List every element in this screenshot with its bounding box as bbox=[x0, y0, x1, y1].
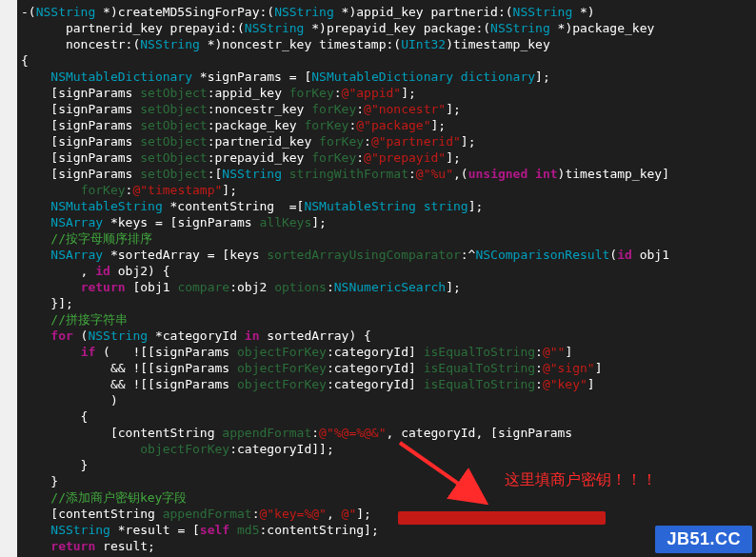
code-comment: //拼接字符串 bbox=[21, 312, 128, 327]
code-block: -(NSString *)createMD5SingForPay:(NSStri… bbox=[0, 0, 756, 554]
code-text: -( bbox=[21, 5, 36, 19]
code-type: NSString bbox=[36, 5, 96, 19]
line-gutter bbox=[0, 0, 17, 557]
code-comment: //添加商户密钥key字段 bbox=[21, 490, 187, 505]
code-comment: //按字母顺序排序 bbox=[21, 231, 152, 246]
